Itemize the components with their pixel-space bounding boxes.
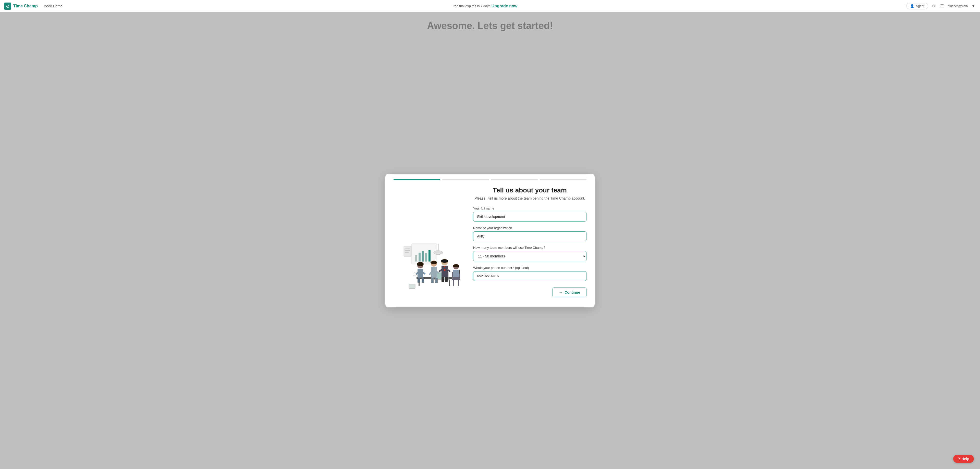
navbar: ◎ Time Champ Book Demo Free trial expire… [0, 0, 980, 12]
svg-rect-38 [442, 277, 444, 282]
user-name[interactable]: qwervdgywva [948, 4, 968, 8]
progress-step-2 [442, 179, 489, 180]
help-label: Help [962, 457, 969, 461]
svg-rect-23 [417, 277, 420, 283]
agent-label: Agent [916, 4, 924, 8]
svg-rect-5 [428, 250, 431, 261]
svg-rect-31 [435, 277, 438, 283]
svg-rect-3 [422, 251, 424, 261]
progress-step-4 [540, 179, 587, 180]
continue-arrow: → [559, 290, 563, 295]
modal-overlay: Tell us about your team Please , tell us… [0, 12, 980, 469]
svg-point-21 [413, 273, 416, 276]
svg-point-40 [441, 259, 448, 263]
logo[interactable]: ◎ Time Champ [4, 3, 38, 10]
app-name: Time Champ [13, 4, 38, 8]
org-name-group: Name of your organization [473, 226, 587, 241]
org-name-input[interactable] [473, 231, 587, 241]
team-size-group: How many team members will use Time Cham… [473, 246, 587, 261]
svg-point-49 [453, 264, 459, 268]
agent-button[interactable]: 👤 Agent [906, 3, 928, 9]
navbar-center: Free trial expires in 7 days Upgrade now [62, 4, 906, 8]
svg-rect-39 [445, 277, 448, 282]
org-name-label: Name of your organization [473, 226, 587, 230]
team-size-select[interactable]: 1 - 10 members 11 - 50 members 51 - 200 … [473, 251, 587, 261]
team-size-label: How many team members will use Time Cham… [473, 246, 587, 250]
full-name-label: Your full name [473, 206, 587, 210]
navbar-right: 👤 Agent ⚙ ☰ qwervdgywva ▾ [906, 3, 976, 9]
settings-icon[interactable]: ⚙ [931, 3, 936, 9]
svg-rect-30 [431, 277, 434, 283]
continue-label: Continue [565, 290, 580, 295]
help-icon: ? [958, 457, 960, 461]
modal-subtitle: Please , tell us more about the team beh… [473, 196, 587, 200]
svg-rect-42 [452, 279, 460, 280]
svg-point-32 [431, 261, 437, 264]
continue-button[interactable]: → Continue [552, 287, 587, 297]
svg-rect-4 [425, 254, 427, 261]
progress-bar [385, 174, 595, 180]
book-demo-link[interactable]: Book Demo [44, 4, 62, 8]
svg-rect-24 [422, 277, 424, 283]
svg-rect-6 [404, 246, 411, 257]
team-illustration [393, 186, 465, 297]
svg-point-11 [434, 250, 443, 255]
svg-rect-48 [453, 270, 459, 277]
progress-step-1 [393, 179, 440, 180]
modal-title: Tell us about your team [473, 186, 587, 194]
phone-input[interactable] [473, 271, 587, 281]
upgrade-link[interactable]: Upgrade now [492, 4, 517, 8]
full-name-group: Your full name [473, 206, 587, 222]
phone-group: Whats your phone number? (optional) [473, 266, 587, 281]
progress-step-3 [491, 179, 538, 180]
modal-body: Tell us about your team Please , tell us… [385, 180, 595, 297]
svg-rect-1 [415, 255, 417, 261]
user-dropdown-icon[interactable]: ▾ [971, 3, 976, 9]
agent-icon: 👤 [910, 4, 914, 8]
svg-rect-51 [409, 284, 415, 288]
trial-text: Free trial expires in 7 days [452, 4, 490, 8]
modal-form: Tell us about your team Please , tell us… [473, 186, 587, 297]
phone-label: Whats your phone number? (optional) [473, 266, 587, 270]
onboarding-modal: Tell us about your team Please , tell us… [385, 174, 595, 307]
help-button[interactable]: ? Help [953, 455, 974, 463]
menu-icon[interactable]: ☰ [939, 3, 945, 9]
svg-point-25 [417, 262, 424, 266]
logo-icon: ◎ [4, 3, 11, 10]
svg-rect-2 [418, 253, 421, 261]
full-name-input[interactable] [473, 212, 587, 222]
